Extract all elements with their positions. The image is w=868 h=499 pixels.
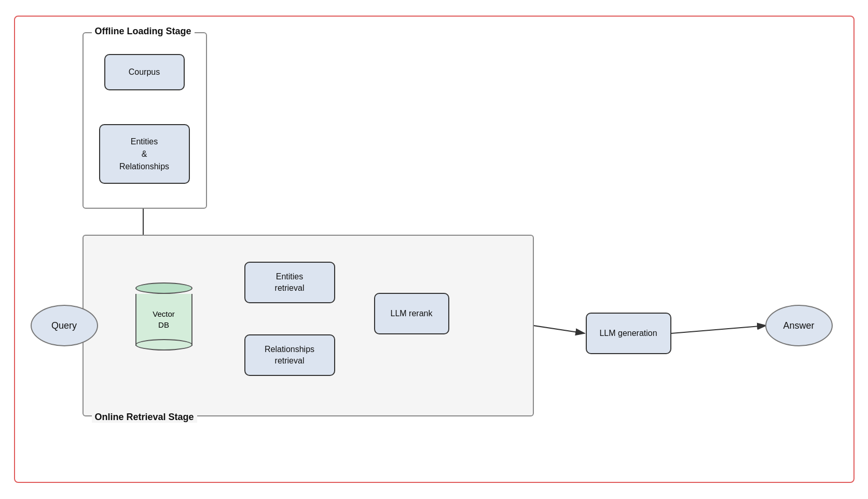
llm-rerank-box: LLM rerank: [374, 293, 449, 334]
corpus-label: Courpus: [129, 68, 160, 77]
relationships-retrieval-label: Relationshipsretrieval: [265, 344, 314, 367]
llm-generation-box: LLM generation: [586, 313, 671, 354]
offline-stage-box: Offline Loading Stage Courpus Entities&R…: [82, 32, 207, 209]
entities-relationships-label: Entities&Relationships: [119, 136, 169, 173]
query-label: Query: [51, 320, 77, 331]
generation-to-answer: [671, 326, 766, 333]
answer-label: Answer: [783, 320, 814, 331]
entities-retrieval-box: Entitiesretrieval: [244, 262, 335, 303]
cylinder-top: [135, 282, 192, 294]
query-bubble: Query: [31, 305, 98, 346]
entities-relationships-box: Entities&Relationships: [99, 124, 190, 184]
offline-stage-title: Offline Loading Stage: [92, 26, 195, 37]
cylinder-bottom: [135, 339, 192, 350]
cylinder-body: VectorDB: [135, 294, 192, 346]
llm-generation-label: LLM generation: [599, 329, 657, 338]
entities-retrieval-label: Entitiesretrieval: [275, 271, 305, 294]
llm-rerank-label: LLM rerank: [391, 309, 433, 318]
vector-db-container: VectorDB: [135, 282, 192, 355]
online-stage-box: Online Retrieval Stage VectorDB Entities…: [82, 235, 534, 416]
vector-db-label: VectorDB: [153, 308, 175, 330]
relationships-retrieval-box: Relationshipsretrieval: [244, 334, 335, 376]
corpus-box: Courpus: [104, 54, 185, 90]
answer-bubble: Answer: [765, 305, 833, 346]
main-diagram-container: Offline Loading Stage Courpus Entities&R…: [14, 16, 855, 483]
online-stage-title: Online Retrieval Stage: [92, 412, 197, 423]
